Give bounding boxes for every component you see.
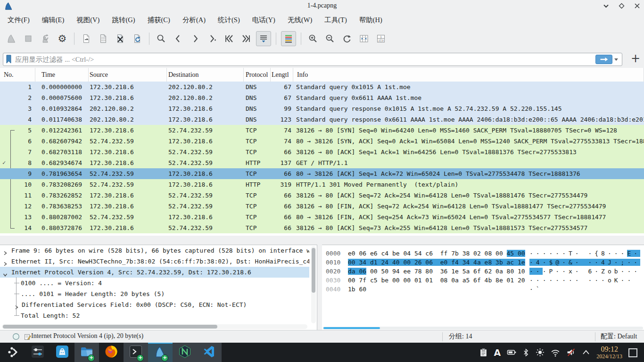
taskbar-item-system-settings[interactable] [25,343,50,362]
taskbar-item-app-launcher[interactable] [1,343,25,362]
taskbar-item-konsole-terminal[interactable]: + [124,343,148,362]
zoom-reset-button[interactable] [340,32,354,46]
tray-keyboard-layout-icon[interactable]: A [494,347,501,358]
menu-item-2[interactable]: 编辑(E) [40,15,66,25]
packet-row-14[interactable]: 140.880372876172.30.218.652.74.232.59TCP… [0,222,644,233]
taskbar-item-neovim[interactable] [173,343,197,362]
column-header-info[interactable]: Info [293,68,644,82]
minimize-button[interactable] [603,2,609,9]
packet-row-2[interactable]: 20.000075600172.30.218.6202.120.80.2DNS6… [0,92,644,103]
colorize-button[interactable] [281,31,296,46]
detail-line-7[interactable]: Total Length: 52 [0,310,309,321]
apply-filter-button[interactable] [595,55,612,64]
packet-row-11[interactable]: 110.783262852172.30.218.652.74.232.59TCP… [0,190,644,201]
first-packet-button[interactable] [222,32,236,46]
taskbar-item-dolphin-file-manager[interactable]: + [74,343,99,362]
hex-row-0000[interactable]: 0000e0 06 e6 c4 be 04 54 c6 ff 7b 38 02 … [322,249,644,258]
next-packet-button[interactable] [188,32,202,46]
expand-chevron-icon[interactable] [3,248,8,256]
column-header-no[interactable]: No. [0,68,35,82]
expand-chevron-icon[interactable] [3,259,8,267]
packet-row-4[interactable]: 40.011740638202.120.80.2172.30.218.6DNS1… [0,114,644,125]
hex-row-0020[interactable]: 0020da 06 00 50 94 ee 78 80 36 1e 5a 6f … [322,267,644,276]
packet-row-13[interactable]: 130.88028700252.74.232.59172.30.218.6TCP… [0,212,644,222]
packet-row-8[interactable]: ✓80.682934674172.30.218.652.74.232.59HTT… [0,157,644,168]
tray-wifi-icon[interactable] [551,348,560,357]
auto-scroll-button[interactable] [256,31,271,46]
menu-item-1[interactable]: 文件(F) [6,15,32,25]
menu-item-11[interactable]: 帮助(H) [357,15,384,25]
tray-battery-icon[interactable] [507,348,516,356]
taskbar-item-discover[interactable] [50,343,74,362]
detail-line-6[interactable]: Differentiated Services Field: 0x00 (DSC… [0,299,309,310]
tray-volume-muted-icon[interactable] [566,348,576,357]
expand-chevron-icon[interactable] [14,302,19,310]
cell-proto: TCP [244,125,271,136]
menu-item-4[interactable]: 跳转(G) [110,15,137,25]
expert-info-icon[interactable] [12,333,20,342]
packet-row-5[interactable]: 50.012242361172.30.218.652.74.232.59TCP7… [0,125,644,136]
tray-bluetooth-icon[interactable] [522,348,529,357]
layout-chooser-button[interactable]: 123 [374,32,388,46]
menu-item-6[interactable]: 分析(A) [181,15,207,25]
packet-row-6[interactable]: 60.68260794252.74.232.59172.30.218.6TCP7… [0,136,644,147]
zoom-out-button[interactable] [323,32,337,46]
taskbar-item-firefox[interactable] [99,343,124,362]
hex-row-0040[interactable]: 00401b 60·` [322,285,644,294]
capture-comment-icon[interactable] [24,333,31,342]
packet-row-3[interactable]: 30.010932864202.120.80.2172.30.218.6DNS9… [0,103,644,114]
detail-line-2[interactable]: Ethernet II, Src: NewH3CTechno_7b:38:02 … [0,256,309,267]
zoom-in-button[interactable] [306,32,320,46]
filter-bookmark-icon[interactable] [5,54,12,65]
detail-line-4[interactable]: 0100 .... = Version: 4 [0,278,309,288]
add-filter-button[interactable]: + [631,52,640,65]
detail-line-3[interactable]: Internet Protocol Version 4, Src: 52.74.… [0,267,309,278]
menu-item-10[interactable]: 工具(T) [322,15,349,25]
taskbar-item-wireshark[interactable]: + [148,343,173,362]
menu-item-7[interactable]: 统计(S) [216,15,242,25]
close-button[interactable] [634,2,640,9]
title-bar[interactable]: 1-4.pcapng [0,0,644,12]
hex-row-0030[interactable]: 003000 7f c5 be 00 00 01 01 08 0a a5 6f … [322,276,644,285]
display-filter-input[interactable] [14,55,595,64]
packet-row-10[interactable]: 100.78320826952.74.232.59172.30.218.6HTT… [0,179,644,190]
packet-row-9[interactable]: 90.78196365452.74.232.59172.30.218.6TCP6… [0,168,644,179]
menu-item-5[interactable]: 捕获(C) [146,15,172,25]
column-header-source[interactable]: Source [89,68,167,82]
show-desktop-button[interactable] [628,348,637,357]
column-header-lengtl[interactable]: Lengtl [271,68,293,82]
capture-options-button[interactable]: ⚙ [55,32,69,46]
profile-status[interactable]: 配置: Default [601,332,637,341]
packet-row-12[interactable]: 120.783638253172.30.218.652.74.232.59TCP… [0,201,644,212]
detail-line-1[interactable]: Frame 9: 66 bytes on wire (528 bits), 66… [0,245,309,256]
find-packet-button[interactable] [154,32,168,46]
open-file-button[interactable] [79,32,93,46]
menu-item-3[interactable]: 视图(V) [74,15,101,25]
bytes-horizontal-scrollbar[interactable] [323,327,643,329]
column-header-protocol[interactable]: Protocol [244,68,271,82]
column-header-time[interactable]: Time [35,68,89,82]
close-file-button[interactable] [113,32,127,46]
filter-dropdown-caret[interactable] [614,58,618,61]
taskbar-item-vscode[interactable] [197,343,222,362]
column-header-destination[interactable]: Destination [167,68,244,82]
menu-item-8[interactable]: 电话(Y) [250,15,277,25]
prev-packet-button[interactable] [171,32,185,46]
resize-columns-button[interactable] [357,32,371,46]
collapse-chevron-icon[interactable] [3,270,8,278]
details-horizontal-scrollbar[interactable] [2,324,307,329]
last-packet-button[interactable] [239,32,253,46]
hex-row-0010[interactable]: 001000 34 d1 24 40 00 26 06 e0 f4 34 4a … [322,258,644,267]
detail-line-5[interactable]: .... 0101 = Header Length: 20 bytes (5) [0,288,309,299]
maximize-button[interactable] [618,2,625,9]
packet-row-1[interactable]: 10.000000000172.30.218.6202.120.80.2DNS6… [0,82,644,92]
tray-brightness-icon[interactable] [536,348,545,357]
reload-file-button[interactable] [130,32,144,46]
tray-clipboard-icon[interactable] [479,348,488,357]
clock[interactable]: 09:12 2024/12/13 [596,345,622,360]
packet-row-7[interactable]: 70.682703118172.30.218.652.74.232.59TCP6… [0,147,644,157]
tray-expand-tray-icon[interactable] [582,348,590,356]
menu-item-9[interactable]: 无线(W) [286,15,314,25]
details-vertical-scrollbar[interactable] [311,246,316,323]
goto-packet-button[interactable] [205,32,219,46]
